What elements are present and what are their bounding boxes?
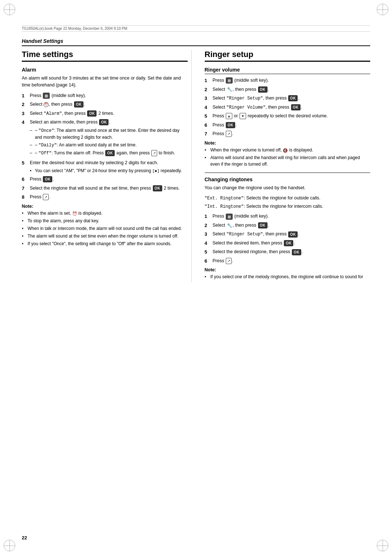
print-meta: TG1850AL(e).book Page 22 Monday, Decembe…: [22, 25, 370, 32]
time-settings-title: Time settings: [22, 50, 188, 62]
changing-ringtones-section: Changing ringtones You can change the ri…: [205, 173, 371, 280]
alarm-step-8: 8 Press ↗︎.: [22, 194, 188, 201]
rv-step-7: 7 Press ↗︎.: [205, 130, 371, 138]
up-arrow-btn: ▲: [226, 113, 232, 119]
alarm-note-1: When the alarm is set, ⏰ is displayed.: [22, 210, 188, 216]
rv-step-6: 6 Press OK.: [205, 122, 371, 129]
alarm-once-bullet: – "Once": The alarm will sound once at t…: [30, 127, 188, 141]
ext-ringtone-desc: "Ext. Ringtone": Selects the ringtone fo…: [205, 195, 371, 202]
ringer-volume-section: Ringer volume 1 Press ▦ (middle soft key…: [205, 67, 371, 167]
handset-settings-header: Handset Settings: [22, 38, 370, 46]
corner-decoration-tr: [377, 4, 388, 15]
alarm-step-4: 4 Select an alarm mode, then press OK. –…: [22, 119, 188, 158]
ok-button-rt-3: OK: [288, 231, 298, 238]
end-key-rv-7: ↗︎: [226, 131, 232, 137]
rv-note-label: Note:: [205, 141, 371, 146]
ok-button-7: OK: [153, 185, 162, 191]
content-columns: Time settings Alarm An alarm will sound …: [22, 50, 370, 282]
alarm-daily-bullet: – "Daily": An alarm will sound daily at …: [30, 142, 188, 149]
rv-step-3: 3 Select "Ringer Setup", then press OK.: [205, 95, 371, 102]
alarm-note-2: To stop the alarm, press any dial key.: [22, 218, 188, 224]
alarm-step-4-subbullets: – "Once": The alarm will sound once at t…: [30, 127, 188, 157]
corner-decoration-tl: [4, 4, 15, 15]
page-wrapper: TG1850AL(e).book Page 22 Monday, Decembe…: [0, 0, 392, 555]
alarm-step-6: 6 Press OK.: [22, 176, 188, 183]
alarm-title: Alarm: [22, 67, 188, 73]
alarm-step-7: 7 Select the ringtone that will sound at…: [22, 185, 188, 192]
rv-note-bullets: When the ringer volume is turned off, 🔇 …: [205, 147, 371, 167]
alarm-step-1: 1 Press ▦ (middle soft key).: [22, 92, 188, 100]
alarm-section: Alarm An alarm will sound for 3 minutes …: [22, 67, 188, 247]
rv-note-1: When the ringer volume is turned off, 🔇 …: [205, 147, 371, 153]
right-column: Ringer setup Ringer volume 1 Press ▦ (mi…: [203, 50, 371, 282]
rv-step-5: 5 Press ▲ or ▼ repeatedly to select the …: [205, 113, 371, 120]
left-column: Time settings Alarm An alarm will sound …: [22, 50, 192, 282]
end-key-rt-6: ↗︎: [226, 258, 232, 264]
ok-button-rv-4: OK: [291, 104, 301, 110]
ok-button-6: OK: [43, 176, 52, 182]
rt-step-4: 4 Select the desired item, then press OK…: [205, 240, 371, 247]
ringer-setup-title: Ringer setup: [205, 50, 371, 62]
am-pm-bullet: You can select "AM", "PM" or 24-hour tim…: [30, 167, 188, 174]
ok-button-rv-2: OK: [258, 86, 268, 93]
middle-soft-key-rv-1: ▦: [226, 77, 233, 84]
end-key-4: ↗︎: [151, 150, 157, 156]
rv-step-4: 4 Select "Ringer Volume", then press OK.: [205, 104, 371, 111]
corner-decoration-bl: [4, 540, 15, 551]
ok-button-rt-4: OK: [284, 240, 293, 246]
ringtones-intro: You can change the ringtone used by the …: [205, 185, 371, 191]
alarm-clock-icon: ⏰: [44, 102, 49, 107]
alarm-step-5-bullets: You can select "AM", "PM" or 24-hour tim…: [30, 167, 188, 174]
ok-button-3: OK: [87, 110, 97, 117]
alarm-off-bullet: – "Off": Turns the alarm off. Press OK a…: [30, 150, 188, 157]
mute-icon: 🔇: [283, 148, 288, 152]
rt-step-6: 6 Press ↗︎.: [205, 258, 371, 265]
int-ringtone-desc: "Int. Ringtone": Selects the ringtone fo…: [205, 203, 371, 210]
ok-button-2: OK: [74, 101, 83, 108]
changing-ringtones-title: Changing ringtones: [205, 177, 371, 182]
alarm-note-section: Note: When the alarm is set, ⏰ is displa…: [22, 204, 188, 247]
rt-step-5: 5 Select the desired ringtone, then pres…: [205, 248, 371, 256]
end-key-8: ↗︎: [43, 194, 49, 200]
alarm-note-3: When in talk or intercom mode, the alarm…: [22, 225, 188, 232]
ringer-volume-note: Note: When the ringer volume is turned o…: [205, 141, 371, 167]
alarm-step-2: 2 Select ⏰, then press OK.: [22, 101, 188, 108]
page-number: 22: [22, 535, 27, 540]
down-arrow-btn: ▼: [240, 113, 246, 119]
ringtones-note: Note: If you select one of the melody ri…: [205, 267, 371, 280]
ok-button-rv-6: OK: [226, 122, 235, 128]
rt-note-label: Note:: [205, 267, 371, 272]
ok-button-rt-5: OK: [292, 249, 301, 255]
ok-button-4b: OK: [105, 150, 115, 156]
alarm-step-3: 3 Select "Alarm", then press OK 2 times.: [22, 110, 188, 117]
ok-button-rt-2: OK: [258, 222, 268, 228]
rt-step-2: 2 Select 🔧, then press OK.: [205, 222, 371, 229]
middle-soft-key-icon-1: ▦: [43, 93, 50, 99]
wrench-icon-rt-2: 🔧: [227, 222, 232, 229]
ok-button-4: OK: [99, 119, 109, 125]
alarm-note-4: The alarm will sound at the set time eve…: [22, 233, 188, 239]
ringer-volume-steps: 1 Press ▦ (middle soft key). 2 Select 🔧,…: [205, 77, 371, 138]
alarm-intro: An alarm will sound for 3 minutes at the…: [22, 75, 188, 89]
middle-soft-key-rt-1: ▦: [226, 214, 233, 220]
clock-icon: ⏰: [72, 211, 77, 215]
rt-step-1: 1 Press ▦ (middle soft key).: [205, 213, 371, 220]
rt-step-3: 3 Select "Ringer Setup", then press OK.: [205, 231, 371, 238]
ringtones-steps: 1 Press ▦ (middle soft key). 2 Select 🔧,…: [205, 213, 371, 264]
alarm-note-bullets: When the alarm is set, ⏰ is displayed. T…: [22, 210, 188, 247]
ringtones-separator: [205, 173, 371, 173]
rv-step-2: 2 Select 🔧, then press OK.: [205, 86, 371, 93]
ringer-volume-title: Ringer volume: [205, 67, 371, 74]
rv-step-1: 1 Press ▦ (middle soft key).: [205, 77, 371, 84]
alarm-note-label: Note:: [22, 204, 188, 209]
alarm-note-5: If you select "Once", the setting will c…: [22, 240, 188, 247]
ok-button-rv-3: OK: [288, 95, 298, 101]
rt-note-bullets: If you select one of the melody ringtone…: [205, 274, 371, 280]
alarm-steps: 1 Press ▦ (middle soft key). 2 Select ⏰,…: [22, 92, 188, 201]
wrench-icon-rv-2: 🔧: [227, 86, 232, 93]
rv-note-2: Alarms will sound and the handset will r…: [205, 154, 371, 167]
rt-note-1: If you select one of the melody ringtone…: [205, 274, 371, 280]
corner-decoration-br: [377, 540, 388, 551]
alarm-step-5: 5 Enter the desired hour and minute by s…: [22, 159, 188, 174]
